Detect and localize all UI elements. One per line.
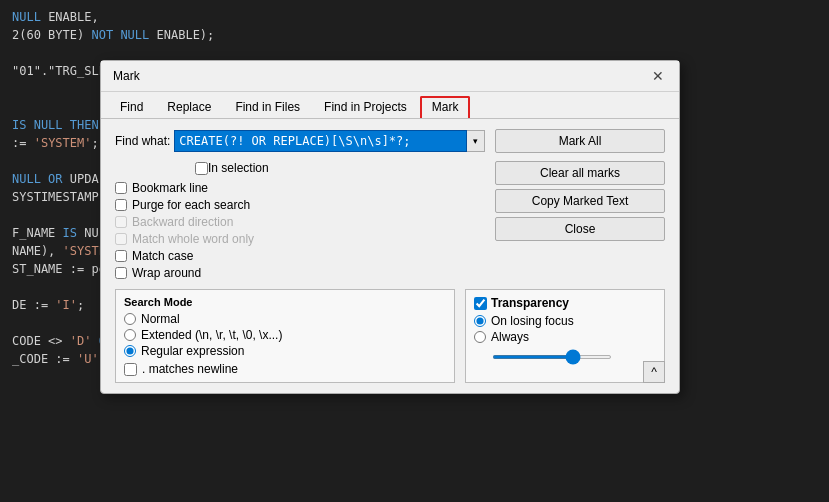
dialog-titlebar: Mark ✕ <box>101 61 679 92</box>
normal-label: Normal <box>141 312 180 326</box>
bookmark-line-checkbox[interactable] <box>115 182 127 194</box>
normal-radio-row: Normal <box>124 312 446 326</box>
regex-radio-row: Regular expression <box>124 344 446 358</box>
match-case-label: Match case <box>132 249 193 263</box>
transparency-box: Transparency On losing focus Always <box>465 289 665 383</box>
find-what-row: Find what: ▾ Mark All <box>115 129 665 153</box>
dialog-title: Mark <box>113 69 140 83</box>
backward-direction-label: Backward direction <box>132 215 233 229</box>
on-losing-focus-radio[interactable] <box>474 315 486 327</box>
bookmark-line-row: Bookmark line <box>115 181 485 195</box>
purge-each-search-row: Purge for each search <box>115 198 485 212</box>
tab-find-in-projects[interactable]: Find in Projects <box>313 96 418 118</box>
backward-direction-checkbox <box>115 216 127 228</box>
search-mode-box: Search Mode Normal Extended (\n, \r, \t,… <box>115 289 455 383</box>
mark-dialog: Mark ✕ Find Replace Find in Files Find i… <box>100 60 680 394</box>
on-losing-focus-row: On losing focus <box>474 314 656 328</box>
find-what-input[interactable] <box>174 130 467 152</box>
search-mode-label: Search Mode <box>124 296 446 308</box>
wrap-around-row: Wrap around <box>115 266 485 280</box>
up-arrow-button[interactable]: ^ <box>643 361 665 383</box>
transparency-checkbox[interactable] <box>474 297 487 310</box>
extended-label: Extended (\n, \r, \t, \0, \x...) <box>141 328 282 342</box>
in-selection-row: In selection <box>115 161 485 175</box>
action-buttons: Mark All <box>495 129 665 153</box>
transparency-header: Transparency <box>474 296 656 310</box>
always-row: Always <box>474 330 656 344</box>
match-whole-word-row: Match whole word only <box>115 232 485 246</box>
always-radio[interactable] <box>474 331 486 343</box>
clear-all-marks-button[interactable]: Clear all marks <box>495 161 665 185</box>
tab-mark[interactable]: Mark <box>420 96 471 118</box>
tab-find-in-files[interactable]: Find in Files <box>224 96 311 118</box>
close-button[interactable]: Close <box>495 217 665 241</box>
in-selection-label: In selection <box>208 161 269 175</box>
in-selection-checkbox[interactable] <box>195 162 208 175</box>
right-buttons: Clear all marks Copy Marked Text Close <box>495 161 665 283</box>
extended-radio[interactable] <box>124 329 136 341</box>
matches-newline-label: . matches newline <box>142 362 238 376</box>
matches-newline-row: . matches newline <box>124 362 446 376</box>
extended-radio-row: Extended (\n, \r, \t, \0, \x...) <box>124 328 446 342</box>
regex-radio[interactable] <box>124 345 136 357</box>
normal-radio[interactable] <box>124 313 136 325</box>
main-content: In selection Bookmark line Purge for eac… <box>115 161 665 283</box>
on-losing-focus-label: On losing focus <box>491 314 574 328</box>
wrap-around-checkbox[interactable] <box>115 267 127 279</box>
wrap-around-label: Wrap around <box>132 266 201 280</box>
purge-each-search-label: Purge for each search <box>132 198 250 212</box>
bookmark-line-label: Bookmark line <box>132 181 208 195</box>
left-options: In selection Bookmark line Purge for eac… <box>115 161 485 283</box>
transparency-slider-container <box>474 348 656 362</box>
dialog-close-button[interactable]: ✕ <box>649 67 667 85</box>
matches-newline-checkbox[interactable] <box>124 363 137 376</box>
match-case-checkbox[interactable] <box>115 250 127 262</box>
copy-marked-text-button[interactable]: Copy Marked Text <box>495 189 665 213</box>
regex-label: Regular expression <box>141 344 244 358</box>
dialog-body: Find what: ▾ Mark All In selection <box>101 119 679 393</box>
purge-each-search-checkbox[interactable] <box>115 199 127 211</box>
backward-direction-row: Backward direction <box>115 215 485 229</box>
match-whole-word-label: Match whole word only <box>132 232 254 246</box>
transparency-label: Transparency <box>491 296 569 310</box>
find-input-container: ▾ <box>174 130 485 152</box>
match-case-row: Match case <box>115 249 485 263</box>
search-mode-section: Search Mode Normal Extended (\n, \r, \t,… <box>115 289 665 383</box>
dialog-overlay: Mark ✕ Find Replace Find in Files Find i… <box>0 0 829 502</box>
match-whole-word-checkbox <box>115 233 127 245</box>
transparency-slider[interactable] <box>492 355 612 359</box>
mark-all-button[interactable]: Mark All <box>495 129 665 153</box>
always-label: Always <box>491 330 529 344</box>
tab-replace[interactable]: Replace <box>156 96 222 118</box>
tabs-row: Find Replace Find in Files Find in Proje… <box>101 92 679 119</box>
find-what-label: Find what: <box>115 134 170 148</box>
tab-find[interactable]: Find <box>109 96 154 118</box>
find-dropdown-button[interactable]: ▾ <box>467 130 485 152</box>
